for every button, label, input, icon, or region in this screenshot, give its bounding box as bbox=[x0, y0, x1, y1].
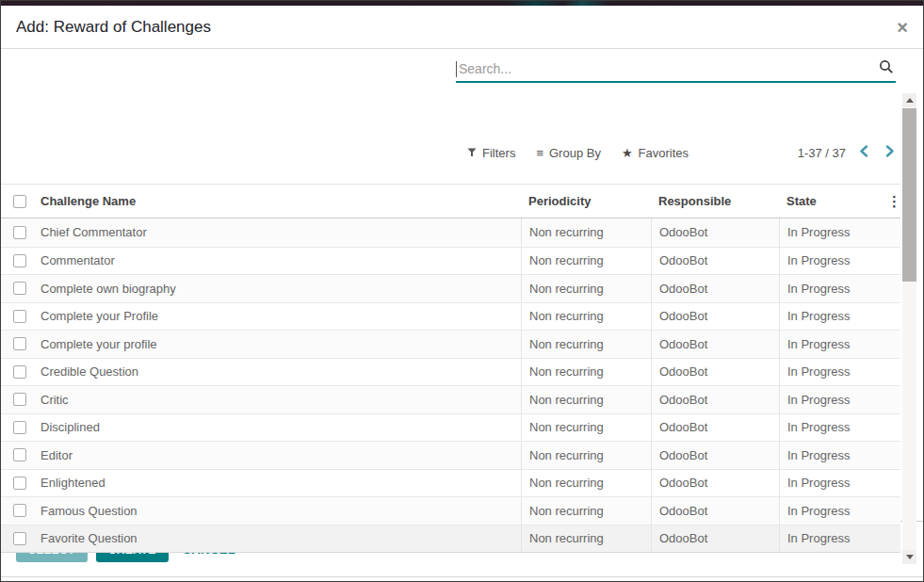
column-header-state[interactable]: State bbox=[779, 194, 880, 208]
app-window: Add: Reward of Challenges × bbox=[0, 0, 924, 582]
cell-periodicity[interactable]: Non recurring bbox=[521, 275, 651, 302]
cell-challenge-name[interactable]: Complete your Profile bbox=[39, 309, 521, 323]
table-row[interactable]: Credible Question Non recurring OdooBot … bbox=[1, 358, 900, 386]
cell-state[interactable]: In Progress bbox=[779, 218, 900, 247]
column-header-challenge-name[interactable]: Challenge Name bbox=[39, 194, 521, 208]
table-row[interactable]: Editor Non recurring OdooBot In Progress bbox=[1, 441, 900, 469]
cell-periodicity[interactable]: Non recurring bbox=[521, 497, 651, 525]
cell-periodicity[interactable]: Non recurring bbox=[521, 303, 651, 331]
cell-responsible[interactable]: OdooBot bbox=[651, 359, 779, 386]
cell-challenge-name[interactable]: Favorite Question bbox=[39, 531, 521, 545]
column-header-periodicity[interactable]: Periodicity bbox=[521, 194, 651, 208]
scroll-down-button[interactable] bbox=[902, 550, 916, 564]
scroll-up-button[interactable] bbox=[902, 93, 916, 107]
cell-state[interactable]: In Progress bbox=[779, 497, 900, 525]
cell-challenge-name[interactable]: Critic bbox=[39, 393, 521, 407]
select-all-checkbox[interactable] bbox=[13, 195, 26, 208]
row-checkbox[interactable] bbox=[13, 310, 26, 323]
cell-challenge-name[interactable]: Editor bbox=[39, 448, 521, 462]
row-checkbox[interactable] bbox=[13, 393, 26, 406]
cell-periodicity[interactable]: Non recurring bbox=[521, 442, 651, 469]
cell-state[interactable]: In Progress bbox=[779, 525, 900, 553]
filters-button[interactable]: Filters bbox=[467, 146, 515, 160]
table-row[interactable]: Chief Commentator Non recurring OdooBot … bbox=[1, 218, 900, 247]
triangle-down-icon bbox=[906, 555, 914, 559]
cell-responsible[interactable]: OdooBot bbox=[651, 414, 779, 442]
table-row[interactable]: Commentator Non recurring OdooBot In Pro… bbox=[1, 247, 900, 275]
cell-responsible[interactable]: OdooBot bbox=[651, 470, 779, 497]
scrollbar-thumb[interactable] bbox=[902, 108, 916, 282]
row-checkbox[interactable] bbox=[13, 226, 26, 239]
row-checkbox[interactable] bbox=[13, 448, 26, 461]
chevron-right-icon bbox=[885, 145, 895, 160]
cell-responsible[interactable]: OdooBot bbox=[651, 386, 779, 413]
cell-state[interactable]: In Progress bbox=[779, 386, 900, 413]
table-row[interactable]: Favorite Question Non recurring OdooBot … bbox=[1, 525, 900, 553]
triangle-up-icon bbox=[906, 98, 914, 103]
row-checkbox[interactable] bbox=[13, 365, 26, 379]
cell-state[interactable]: In Progress bbox=[779, 470, 900, 497]
cell-challenge-name[interactable]: Complete own biography bbox=[39, 282, 521, 296]
cell-responsible[interactable]: OdooBot bbox=[651, 303, 779, 331]
row-checkbox[interactable] bbox=[13, 477, 26, 490]
close-icon[interactable]: × bbox=[897, 18, 908, 37]
cell-state[interactable]: In Progress bbox=[779, 303, 900, 331]
pager-next-button[interactable] bbox=[882, 143, 899, 162]
modal-header: Add: Reward of Challenges × bbox=[1, 6, 923, 49]
table-row[interactable]: Complete your Profile Non recurring Odoo… bbox=[1, 302, 900, 331]
cell-state[interactable]: In Progress bbox=[779, 275, 900, 302]
cell-responsible[interactable]: OdooBot bbox=[651, 525, 779, 553]
table-row[interactable]: Complete own biography Non recurring Odo… bbox=[1, 274, 900, 302]
cell-challenge-name[interactable]: Enlightened bbox=[39, 476, 521, 490]
cell-responsible[interactable]: OdooBot bbox=[651, 331, 779, 358]
cell-periodicity[interactable]: Non recurring bbox=[521, 359, 651, 386]
cell-responsible[interactable]: OdooBot bbox=[651, 248, 779, 275]
table-row[interactable]: Critic Non recurring OdooBot In Progress bbox=[1, 385, 900, 413]
kebab-menu-icon[interactable]: ⋮ bbox=[887, 194, 900, 209]
challenges-table: Challenge Name Periodicity Responsible S… bbox=[1, 184, 900, 553]
row-checkbox[interactable] bbox=[13, 421, 26, 434]
cell-challenge-name[interactable]: Disciplined bbox=[39, 420, 521, 434]
table-row[interactable]: Enlightened Non recurring OdooBot In Pro… bbox=[1, 469, 900, 497]
cell-challenge-name[interactable]: Complete your profile bbox=[39, 337, 521, 351]
cell-responsible[interactable]: OdooBot bbox=[651, 497, 779, 525]
cell-state[interactable]: In Progress bbox=[779, 414, 900, 442]
search-input[interactable] bbox=[457, 61, 879, 76]
table-row[interactable]: Complete your profile Non recurring Odoo… bbox=[1, 330, 900, 358]
cell-periodicity[interactable]: Non recurring bbox=[521, 386, 651, 413]
cell-responsible[interactable]: OdooBot bbox=[651, 442, 779, 469]
chevron-left-icon bbox=[859, 145, 868, 160]
cell-challenge-name[interactable]: Famous Question bbox=[39, 504, 521, 518]
table-row[interactable]: Famous Question Non recurring OdooBot In… bbox=[1, 496, 900, 525]
cell-state[interactable]: In Progress bbox=[779, 442, 900, 469]
row-checkbox[interactable] bbox=[13, 532, 26, 545]
select-all-cell bbox=[1, 195, 39, 208]
cell-periodicity[interactable]: Non recurring bbox=[521, 414, 651, 442]
row-checkbox-cell bbox=[1, 421, 39, 434]
cell-periodicity[interactable]: Non recurring bbox=[521, 331, 651, 358]
cell-state[interactable]: In Progress bbox=[779, 248, 900, 275]
row-checkbox[interactable] bbox=[13, 254, 26, 267]
cell-challenge-name[interactable]: Commentator bbox=[39, 253, 521, 267]
row-checkbox[interactable] bbox=[13, 504, 26, 517]
vertical-scrollbar[interactable] bbox=[902, 93, 916, 564]
cell-periodicity[interactable]: Non recurring bbox=[521, 248, 651, 275]
cell-challenge-name[interactable]: Chief Commentator bbox=[39, 225, 521, 239]
group-by-button[interactable]: ≡ Group By bbox=[536, 146, 601, 160]
cell-responsible[interactable]: OdooBot bbox=[651, 275, 779, 302]
table-row[interactable]: Disciplined Non recurring OdooBot In Pro… bbox=[1, 413, 900, 442]
filters-label: Filters bbox=[482, 146, 515, 160]
cell-periodicity[interactable]: Non recurring bbox=[521, 525, 651, 553]
cell-state[interactable]: In Progress bbox=[779, 359, 900, 386]
cell-periodicity[interactable]: Non recurring bbox=[521, 470, 651, 497]
column-header-responsible[interactable]: Responsible bbox=[651, 194, 779, 208]
pager-previous-button[interactable] bbox=[855, 143, 872, 162]
row-checkbox[interactable] bbox=[13, 282, 26, 295]
cell-state[interactable]: In Progress bbox=[779, 331, 900, 358]
cell-challenge-name[interactable]: Credible Question bbox=[39, 364, 521, 379]
favorites-button[interactable]: ★ Favorites bbox=[622, 146, 689, 160]
row-checkbox[interactable] bbox=[13, 337, 26, 350]
cell-responsible[interactable]: OdooBot bbox=[651, 218, 779, 247]
search-icon[interactable] bbox=[879, 59, 894, 78]
cell-periodicity[interactable]: Non recurring bbox=[521, 218, 651, 247]
